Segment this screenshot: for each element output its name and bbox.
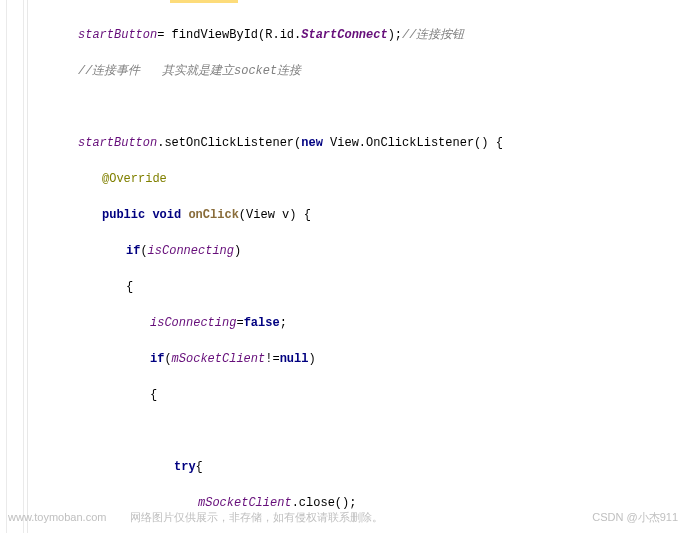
code-line: //连接事件 其实就是建立socket连接	[30, 62, 682, 80]
code-line	[30, 422, 682, 440]
code-line: startButton.setOnClickListener(new View.…	[30, 134, 682, 152]
watermark-middle: 网络图片仅供展示，非存储，如有侵权请联系删除。	[130, 509, 383, 526]
gutter	[0, 0, 28, 533]
gutter-inner	[6, 0, 24, 533]
watermark-right: CSDN @小杰911	[592, 509, 678, 526]
code-line	[30, 98, 682, 116]
code-line: if(mSocketClient!=null)	[30, 350, 682, 368]
code-line: @Override	[30, 170, 682, 188]
code-line: {	[30, 278, 682, 296]
code-line: try{	[30, 458, 682, 476]
code-line: public void onClick(View v) {	[30, 206, 682, 224]
code-area: startButton= findViewById(R.id.StartConn…	[30, 8, 682, 533]
code-line: {	[30, 386, 682, 404]
code-line: if(isConnecting)	[30, 242, 682, 260]
tab-indicator	[170, 0, 238, 3]
code-line: startButton= findViewById(R.id.StartConn…	[30, 26, 682, 44]
code-line: isConnecting=false;	[30, 314, 682, 332]
watermark-left: www.toymoban.com	[8, 509, 106, 526]
